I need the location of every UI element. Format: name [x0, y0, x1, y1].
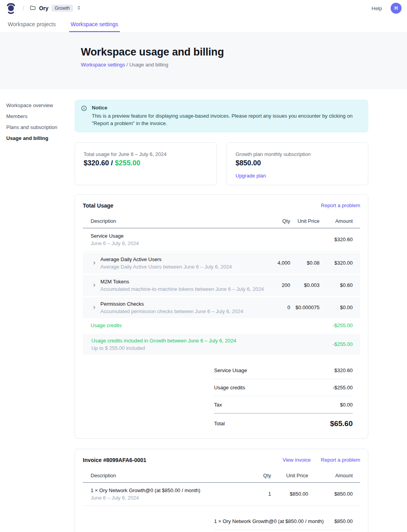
row-qty: 0: [267, 305, 290, 310]
row-subtitle: Accumulated machine-to-machine tokens be…: [100, 286, 264, 292]
plan-badge: Growth: [52, 5, 73, 12]
row-title: Usage credits: [91, 322, 267, 328]
workspace-name: Ory: [39, 5, 48, 11]
total-value: -$255.00: [333, 385, 353, 390]
table-row-average-daily-active-users: Average Daily Active Users Average Daily…: [83, 253, 360, 274]
total-value: $320.60: [334, 367, 353, 373]
ory-logo-icon[interactable]: [6, 2, 16, 14]
row-subtitle: Up to $ 255.00 included: [91, 345, 267, 351]
invoice-report-problem-link[interactable]: Report a problem: [321, 457, 360, 463]
row-amount: -$255.00: [320, 341, 353, 347]
notice-body: This is a preview feature for displaying…: [92, 113, 361, 127]
row-title: M2M Tokens: [100, 279, 264, 285]
col-amount: Amount: [320, 218, 353, 224]
tab-workspace-projects[interactable]: Workspace projects: [7, 16, 57, 32]
table-row-permission-checks: Permission Checks Accumulated permission…: [83, 297, 360, 318]
row-amount: $850.00: [308, 491, 353, 497]
total-label: Total: [214, 421, 225, 426]
row-amount: $320.60: [320, 236, 353, 242]
total-label: Usage credits: [214, 385, 245, 390]
total-usage-label: Total usage for June 6 – July 6, 2024: [84, 151, 208, 157]
col-description: Description: [83, 473, 248, 478]
col-qty: Qty: [267, 218, 290, 224]
row-title: Permission Checks: [100, 301, 243, 307]
invoice-card: Invoice #8099AFA6-0001 View invoice Repo…: [75, 449, 368, 532]
settings-sidebar: Workspace overview Members Plans and sub…: [0, 89, 75, 152]
total-label: Service Usage: [214, 367, 247, 373]
subscription-card: Growth plan monthly subscription $850.00…: [227, 142, 368, 185]
folder-icon: [30, 5, 36, 12]
subscription-label: Growth plan monthly subscription: [236, 151, 359, 157]
row-subtitle: June 6 – July 6, 2024: [91, 240, 267, 246]
chevron-updown-icon[interactable]: [76, 5, 82, 12]
row-subtitle: June 6 – July 6, 2024: [91, 495, 248, 501]
totals-row-grand-total: Total $65.60: [214, 414, 353, 429]
workspace-picker[interactable]: Ory Growth: [30, 5, 82, 12]
sidebar-item-plans-and-subscription[interactable]: Plans and subscription: [6, 122, 71, 133]
tab-workspace-settings[interactable]: Workspace settings: [70, 16, 119, 32]
sidebar-item-workspace-overview[interactable]: Workspace overview: [6, 100, 71, 111]
usage-separator: /: [109, 159, 115, 167]
notice-title: Notice: [92, 105, 361, 111]
row-title: 1 × Ory Network Growth@0 (at $850.00 / m…: [91, 487, 248, 493]
invoice-card-title: Invoice #8099AFA6-0001: [83, 457, 146, 463]
table-row-service-usage: Service Usage June 6 – July 6, 2024 $320…: [83, 228, 360, 251]
col-unit-price: Unit Price: [290, 218, 320, 224]
row-unit-price: $850.00: [271, 491, 308, 497]
row-unit-price: $0.003: [290, 282, 320, 288]
table-row-m2m-tokens: M2M Tokens Accumulated machine-to-machin…: [83, 275, 360, 296]
grand-total-value: $65.60: [330, 419, 353, 428]
upgrade-plan-link[interactable]: Upgrade plan: [236, 173, 266, 179]
table-row-invoice-line: 1 × Ory Network Growth@0 (at $850.00 / m…: [83, 483, 360, 506]
row-amount: $0.00: [320, 305, 353, 310]
total-label: Tax: [214, 402, 222, 408]
total-value: $0.00: [340, 402, 353, 408]
sidebar-item-usage-and-billing[interactable]: Usage and billing: [6, 133, 71, 143]
expand-chevron-icon[interactable]: [91, 283, 97, 288]
row-amount: $320.00: [320, 260, 353, 266]
totals-row-plan-line: 1 × Ory Network Growth@0 (at $850.00 / m…: [214, 513, 353, 530]
row-amount: $0.60: [320, 282, 353, 288]
page-header: Workspace usage and billing Workspace se…: [0, 32, 407, 89]
breadcrumb-separator: /: [23, 5, 24, 11]
invoice-table-header: Description Qty Unit Price Amount: [83, 469, 360, 483]
avatar[interactable]: H: [391, 3, 402, 14]
row-qty: 200: [267, 282, 290, 288]
table-row-usage-credits: Usage credits -$255.00: [83, 318, 360, 333]
totals-row-tax: Tax $0.00: [214, 530, 353, 532]
col-description: Description: [83, 218, 267, 224]
usage-invoice-card: Total Usage Report a problem Description…: [75, 194, 368, 439]
invoice-totals: 1 × Ory Network Growth@0 (at $850.00 / m…: [214, 513, 353, 532]
expand-chevron-icon[interactable]: [91, 260, 97, 266]
row-subtitle: Average Daily Active Users between June …: [100, 264, 232, 270]
row-title: Average Daily Active Users: [100, 256, 232, 262]
breadcrumb-current: / Usage and billing: [125, 62, 168, 68]
main-content: Notice This is a preview feature for dis…: [75, 89, 368, 532]
help-link[interactable]: Help: [371, 5, 382, 11]
col-unit-price: Unit Price: [271, 473, 308, 478]
usage-card-title: Total Usage: [83, 202, 113, 209]
usage-report-problem-link[interactable]: Report a problem: [321, 202, 360, 208]
view-invoice-link[interactable]: View invoice: [283, 457, 311, 463]
col-qty: Qty: [248, 473, 271, 478]
row-unit-price: $0.000075: [290, 305, 320, 310]
page-title: Workspace usage and billing: [81, 46, 407, 58]
notice-banner: Notice This is a preview feature for dis…: [75, 100, 368, 133]
breadcrumb-workspace-settings-link[interactable]: Workspace settings: [81, 62, 125, 68]
breadcrumb: Workspace settings / Usage and billing: [81, 62, 407, 68]
workspace-tabs: Workspace projects Workspace settings: [0, 16, 407, 32]
totals-row-service-usage: Service Usage $320.60: [214, 362, 353, 379]
row-qty: 1: [248, 491, 271, 497]
row-unit-price: $0.08: [290, 260, 320, 266]
usage-totals: Service Usage $320.60 Usage credits -$25…: [214, 362, 353, 429]
expand-chevron-icon[interactable]: [91, 305, 97, 310]
row-title: Service Usage: [91, 233, 267, 239]
usage-credit-limit: $255.00: [115, 159, 140, 167]
usage-amount: $320.60: [84, 159, 109, 167]
totals-row-usage-credits: Usage credits -$255.00: [214, 379, 353, 396]
row-amount: -$255.00: [320, 322, 353, 328]
usage-table-header: Description Qty Unit Price Amount: [83, 214, 360, 228]
sidebar-item-members[interactable]: Members: [6, 111, 71, 122]
total-value: $850.00: [334, 518, 353, 524]
info-icon: [81, 105, 87, 127]
